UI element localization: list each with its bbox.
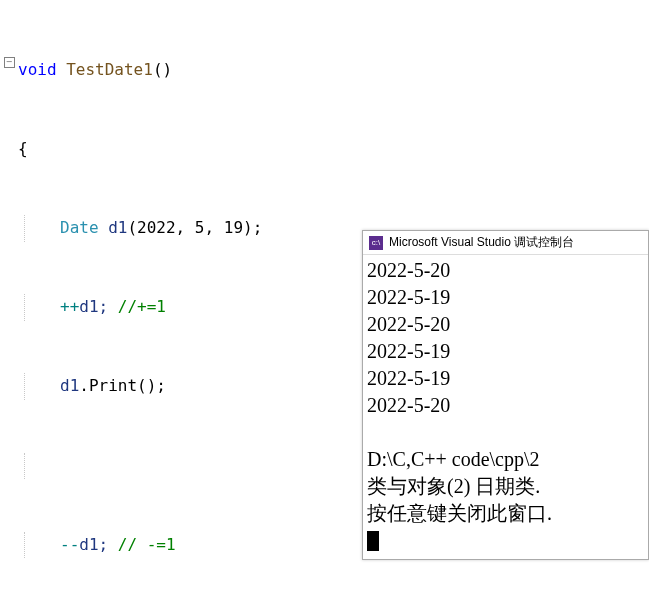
brace-open: { bbox=[18, 139, 28, 158]
console-line: 2022-5-20 bbox=[367, 259, 450, 281]
op-preinc: ++ bbox=[60, 297, 79, 316]
parens: () bbox=[153, 60, 172, 79]
console-line: 2022-5-19 bbox=[367, 367, 450, 389]
debug-console-window[interactable]: c:\ Microsoft Visual Studio 调试控制台 2022-5… bbox=[362, 230, 649, 560]
console-close-msg: 按任意键关闭此窗口. bbox=[367, 502, 552, 524]
var-d1: d1 bbox=[108, 218, 127, 237]
var-d1: d1; bbox=[79, 535, 108, 554]
comment: //+=1 bbox=[108, 297, 166, 316]
cursor-icon bbox=[367, 531, 379, 551]
console-title-bar[interactable]: c:\ Microsoft Visual Studio 调试控制台 bbox=[363, 231, 648, 255]
var-d1: d1 bbox=[60, 376, 79, 395]
console-line: 2022-5-20 bbox=[367, 313, 450, 335]
console-output: 2022-5-20 2022-5-19 2022-5-20 2022-5-19 … bbox=[363, 255, 648, 556]
console-line: 2022-5-19 bbox=[367, 340, 450, 362]
keyword-void: void bbox=[18, 60, 57, 79]
console-path: D:\C,C++ code\cpp\2 bbox=[367, 448, 540, 470]
print-call: .Print(); bbox=[79, 376, 166, 395]
comment: // -=1 bbox=[108, 535, 175, 554]
fold-icon[interactable]: − bbox=[4, 57, 15, 68]
type-date: Date bbox=[60, 218, 99, 237]
op-predec: -- bbox=[60, 535, 79, 554]
ctor-args: (2022, 5, 19); bbox=[127, 218, 262, 237]
visual-studio-icon: c:\ bbox=[369, 236, 383, 250]
console-line: 2022-5-20 bbox=[367, 394, 450, 416]
var-d1: d1; bbox=[79, 297, 108, 316]
console-title: Microsoft Visual Studio 调试控制台 bbox=[389, 234, 574, 251]
console-line: 2022-5-19 bbox=[367, 286, 450, 308]
console-desc: 类与对象(2) 日期类. bbox=[367, 475, 540, 497]
function-name: TestDate1 bbox=[66, 60, 153, 79]
